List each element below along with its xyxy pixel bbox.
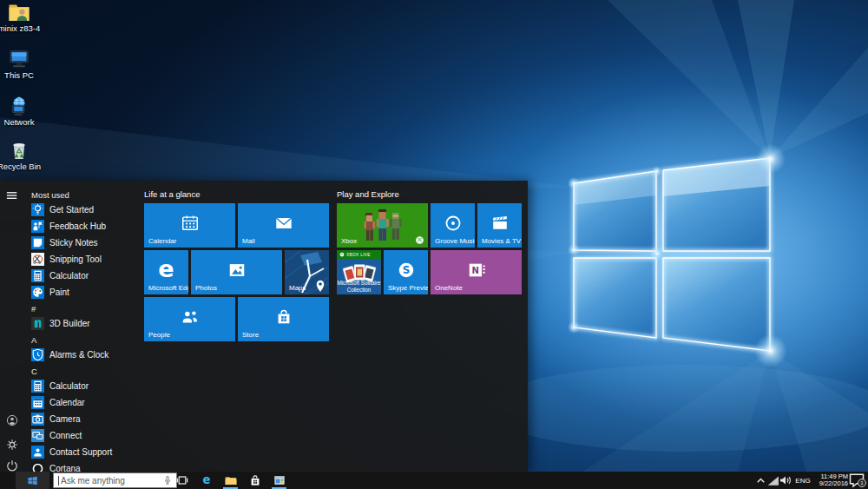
search-input[interactable] [59, 476, 162, 486]
clock[interactable]: 11:49 PM 9/22/2016 [813, 473, 848, 487]
tile-grid: CalendarMaileMicrosoft EdgePhotosMapsPeo… [144, 203, 329, 341]
movies-icon [490, 214, 510, 233]
chevron-up-icon[interactable] [755, 472, 766, 489]
volume-icon[interactable] [779, 472, 792, 489]
app-item-feedback-hub[interactable]: Feedback Hub [24, 218, 141, 235]
app-item-label: Snipping Tool [49, 254, 102, 264]
app-item-sticky-notes[interactable]: Sticky Notes [24, 235, 141, 251]
skype-icon: S [397, 261, 416, 280]
tile-maps[interactable]: Maps [285, 250, 329, 294]
tile-mail[interactable]: Mail [238, 203, 329, 248]
task-view-icon [175, 473, 189, 487]
taskbar-button-file-explorer[interactable] [219, 472, 242, 489]
app-item-label: Alarms & Clock [49, 350, 108, 360]
cortana-icon [31, 462, 44, 472]
app-section-header-most-used[interactable]: Most used [31, 189, 69, 202]
language-indicator[interactable]: ENG [792, 477, 813, 485]
tile-store[interactable]: Store [238, 297, 329, 341]
notification-badge: 1 [858, 479, 866, 487]
tile-label: Mail [242, 237, 255, 245]
app-section-header-c[interactable]: C [31, 366, 37, 378]
contact-support-icon [31, 446, 44, 459]
tile-label: Microsoft Edge [148, 284, 188, 292]
start-button[interactable] [16, 472, 49, 489]
tile-calendar[interactable]: Calendar [144, 203, 235, 248]
feedback-hub-icon [31, 220, 44, 233]
app-item-alarms-clock[interactable]: Alarms & Clock [24, 347, 141, 363]
onenote-icon: N [467, 261, 486, 280]
svg-text:e: e [202, 473, 210, 486]
app-item-calculator[interactable]: Calculator [24, 378, 141, 394]
tile-group-title[interactable]: Play and Explore [337, 189, 522, 202]
file-explorer-icon [224, 473, 238, 487]
svg-text:S: S [402, 265, 410, 277]
app-item-contact-support[interactable]: Contact Support [24, 444, 141, 460]
desktop-icon-network[interactable]: Network [0, 96, 49, 127]
app-item-cortana[interactable]: Cortana [24, 460, 141, 472]
tile-label: Calendar [148, 237, 176, 245]
tile-skype-preview[interactable]: SSkype Preview [384, 250, 428, 294]
app-item-label: Contact Support [49, 447, 112, 457]
taskbar-button-edge[interactable]: e [194, 472, 218, 489]
settings-button[interactable] [6, 439, 20, 451]
tile-onenote[interactable]: NOneNote [431, 250, 522, 294]
app-item-calculator[interactable]: Calculator [24, 268, 141, 284]
power-button[interactable] [6, 459, 20, 472]
account-icon [6, 414, 20, 426]
taskbar-button-store[interactable] [243, 472, 266, 489]
app-item-paint[interactable]: Paint [24, 284, 141, 301]
desktop-icon-recycle-bin[interactable]: Recycle Bin [0, 140, 49, 171]
desktop-icon-this-pc[interactable]: This PC [0, 49, 49, 80]
tile-group-title[interactable]: Life at a glance [144, 189, 329, 202]
calendar-small-icon [31, 396, 44, 409]
tile-label: Skype Preview [388, 284, 428, 292]
network-icon[interactable] [766, 472, 779, 489]
tile-groove-music[interactable]: Groove Music [431, 203, 475, 248]
start-menu: Most usedGet StartedFeedback HubSticky N… [0, 181, 528, 472]
app-item-calendar[interactable]: Calendar [24, 394, 141, 411]
account-button[interactable] [6, 414, 20, 426]
tile-people[interactable]: People [144, 297, 235, 341]
taskbar-button-app-window[interactable] [267, 472, 291, 489]
start-menu-rail [0, 181, 24, 472]
app-section-header-a[interactable]: A [31, 334, 36, 347]
tile-group-life-at-a-glance: Life at a glanceCalendarMaileMicrosoft E… [144, 189, 329, 341]
get-started-icon [31, 203, 44, 216]
app-item-label: Sticky Notes [49, 238, 98, 248]
app-item-connect[interactable]: Connect [24, 427, 141, 444]
paint-icon [31, 286, 44, 299]
app-item-label: Cortana [49, 464, 81, 472]
action-center-icon[interactable]: 1 [848, 472, 865, 489]
sticky-notes-icon [31, 236, 44, 249]
menu-button[interactable] [6, 189, 20, 202]
tile-microsoft-solitaire-collection[interactable]: XBOX LIVEMicrosoft Solitaire Collection [337, 250, 381, 294]
app-item-snipping-tool[interactable]: Snipping Tool [24, 251, 141, 268]
tile-movies-tv[interactable]: Movies & TV [477, 203, 522, 248]
edge-taskbar-icon: e [200, 473, 214, 487]
app-section-header-[interactable]: # [31, 303, 36, 315]
app-item-3d-builder[interactable]: 3D Builder [24, 315, 141, 332]
snipping-tool-icon [31, 253, 44, 266]
connect-icon [31, 429, 44, 442]
calculator-icon [31, 380, 44, 393]
tile-grid: XboxGroove MusicMovies & TVXBOX LIVEMicr… [337, 203, 522, 294]
alarms-clock-icon [31, 348, 44, 361]
tile-label: Microsoft Solitaire Collection [337, 280, 381, 294]
tile-label: Movies & TV [482, 237, 521, 245]
hamburger-icon [6, 189, 20, 202]
recycle-bin-icon [8, 140, 30, 161]
app-window-icon [273, 473, 286, 487]
tile-microsoft-edge[interactable]: eMicrosoft Edge [144, 250, 188, 294]
tile-xbox[interactable]: Xbox [337, 203, 428, 248]
app-item-label: Paint [49, 287, 69, 297]
store-taskbar-icon [248, 473, 262, 487]
app-item-get-started[interactable]: Get Started [24, 202, 141, 218]
windows-flag-icon [27, 475, 38, 486]
app-item-camera[interactable]: Camera [24, 411, 141, 427]
tile-photos[interactable]: Photos [191, 250, 282, 294]
taskbar-button-task-view[interactable] [170, 472, 194, 489]
xbox-live-label: XBOX LIVE [346, 253, 371, 257]
search-box[interactable] [53, 472, 177, 488]
tile-label: Photos [195, 284, 217, 292]
desktop-icon-minix-z83-4[interactable]: minix z83-4 [0, 2, 49, 33]
